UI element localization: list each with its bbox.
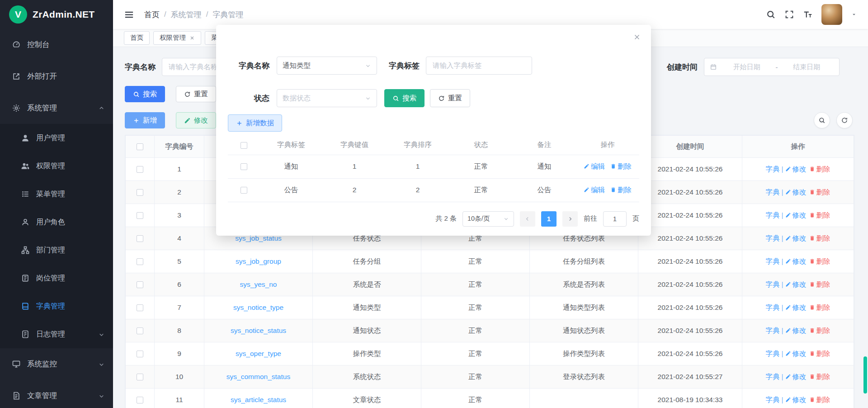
sidebar-toggle-icon[interactable] <box>124 9 134 20</box>
edit-link[interactable]: 修改 <box>785 304 807 311</box>
row-checkbox[interactable] <box>137 166 143 173</box>
delete-link[interactable]: 删除 <box>809 234 830 242</box>
delete-link[interactable]: 删除 <box>809 165 830 173</box>
row-checkbox[interactable] <box>137 235 143 242</box>
edit-link[interactable]: 修改 <box>785 280 807 288</box>
dict-detail-link[interactable]: 字典 <box>765 188 779 196</box>
delete-link[interactable]: 删除 <box>809 327 830 334</box>
caret-down-icon[interactable] <box>851 11 857 18</box>
tab-home[interactable]: 首页 <box>124 31 150 45</box>
sidebar-item-external[interactable]: 外部打开 <box>0 61 113 92</box>
breadcrumb-system[interactable]: 系统管理 <box>171 9 202 20</box>
add-data-button[interactable]: 新增数据 <box>228 114 282 132</box>
font-size-icon[interactable] <box>803 9 813 19</box>
sidebar-item-menu[interactable]: 菜单管理 <box>0 180 113 208</box>
sidebar-item-system[interactable]: 系统管理 <box>0 92 113 124</box>
sidebar-item-log[interactable]: 日志管理 <box>0 320 113 348</box>
search-button[interactable]: 搜索 <box>125 86 165 102</box>
dict-detail-link[interactable]: 字典 <box>765 396 779 403</box>
dict-type-link[interactable]: sys_article_status <box>231 396 286 403</box>
dict-type-link[interactable]: sys_yes_no <box>240 280 277 288</box>
breadcrumb-home[interactable]: 首页 <box>144 9 160 20</box>
prev-page-button[interactable] <box>520 211 535 227</box>
delete-link[interactable]: 删除 <box>809 280 830 288</box>
select-all-checkbox[interactable] <box>137 143 143 150</box>
close-icon[interactable] <box>189 35 195 41</box>
sidebar-item-permission[interactable]: 权限管理 <box>0 152 113 180</box>
dict-detail-link[interactable]: 字典 <box>765 280 779 288</box>
dict-detail-link[interactable]: 字典 <box>765 327 779 334</box>
sidebar-item-user[interactable]: 用户管理 <box>0 124 113 152</box>
dict-detail-link[interactable]: 字典 <box>765 234 779 242</box>
row-checkbox[interactable] <box>137 374 143 380</box>
goto-page-input[interactable] <box>603 211 627 227</box>
sidebar-item-dictionary[interactable]: 字典管理 <box>0 292 113 320</box>
dialog-reset-button[interactable]: 重置 <box>430 89 470 107</box>
fullscreen-icon[interactable] <box>784 9 794 19</box>
edit-button[interactable]: 修改 <box>176 112 216 128</box>
avatar[interactable] <box>821 4 842 25</box>
tab-permission[interactable]: 权限管理 <box>153 31 201 45</box>
close-icon[interactable] <box>633 33 641 41</box>
page-size-select[interactable]: 10条/页 <box>462 211 514 227</box>
dict-detail-link[interactable]: 字典 <box>765 304 779 311</box>
sidebar-item-article[interactable]: 文章管理 <box>0 380 113 408</box>
row-checkbox[interactable] <box>137 258 143 265</box>
edit-link[interactable]: 修改 <box>785 211 807 219</box>
reset-button[interactable]: 重置 <box>176 86 216 102</box>
sidebar-item-department[interactable]: 部门管理 <box>0 236 113 264</box>
next-page-button[interactable] <box>562 211 578 227</box>
status-select[interactable]: 数据状态 <box>277 89 377 107</box>
dict-detail-link[interactable]: 字典 <box>765 211 779 219</box>
add-button[interactable]: 新增 <box>125 112 165 128</box>
dict-type-link[interactable]: sys_common_status <box>226 373 290 380</box>
row-checkbox[interactable] <box>137 189 143 196</box>
sidebar-item-role[interactable]: 用户角色 <box>0 208 113 236</box>
delete-link[interactable]: 删除 <box>809 396 830 403</box>
row-checkbox[interactable] <box>137 397 143 403</box>
delete-link[interactable]: 删除 <box>809 304 830 311</box>
dict-detail-link[interactable]: 字典 <box>765 257 779 265</box>
dict-type-link[interactable]: sys_job_group <box>236 257 281 265</box>
dialog-search-button[interactable]: 搜索 <box>384 89 425 107</box>
dict-type-link[interactable]: sys_notice_status <box>231 327 286 334</box>
sidebar-item-post[interactable]: 岗位管理 <box>0 264 113 292</box>
row-checkbox[interactable] <box>137 281 143 288</box>
delete-link[interactable]: 删除 <box>809 188 830 196</box>
edit-link[interactable]: 修改 <box>785 396 807 403</box>
row-checkbox[interactable] <box>241 187 247 194</box>
date-range-picker[interactable]: 开始日期 - 结束日期 <box>704 58 840 76</box>
row-checkbox[interactable] <box>241 163 247 170</box>
page-scrollbar-thumb[interactable] <box>863 356 867 394</box>
edit-link[interactable]: 修改 <box>785 165 807 173</box>
delete-link[interactable]: 删除 <box>610 162 632 170</box>
sidebar-item-console[interactable]: 控制台 <box>0 29 113 61</box>
edit-link[interactable]: 修改 <box>785 188 807 196</box>
toggle-search-icon[interactable] <box>814 112 830 128</box>
dict-type-link[interactable]: sys_notice_type <box>233 304 283 311</box>
delete-link[interactable]: 删除 <box>809 373 830 380</box>
sidebar-item-monitor[interactable]: 系统监控 <box>0 348 113 380</box>
edit-link[interactable]: 编辑 <box>584 186 605 194</box>
edit-link[interactable]: 修改 <box>785 350 807 357</box>
current-page-button[interactable]: 1 <box>541 211 557 227</box>
edit-link[interactable]: 修改 <box>785 234 807 242</box>
select-all-checkbox[interactable] <box>241 142 247 149</box>
row-checkbox[interactable] <box>137 304 143 311</box>
row-checkbox[interactable] <box>137 351 143 357</box>
edit-link[interactable]: 修改 <box>785 373 807 380</box>
edit-link[interactable]: 编辑 <box>584 162 605 170</box>
edit-link[interactable]: 修改 <box>785 327 807 334</box>
dict-type-link[interactable]: sys_oper_type <box>236 350 281 357</box>
delete-link[interactable]: 删除 <box>809 257 830 265</box>
row-checkbox[interactable] <box>137 327 143 334</box>
dict-detail-link[interactable]: 字典 <box>765 373 779 380</box>
edit-link[interactable]: 修改 <box>785 257 807 265</box>
row-checkbox[interactable] <box>137 212 143 219</box>
search-icon[interactable] <box>766 9 776 19</box>
dict-detail-link[interactable]: 字典 <box>765 350 779 357</box>
dict-name-select[interactable]: 通知类型 <box>277 57 377 75</box>
dict-label-input[interactable] <box>426 57 532 75</box>
delete-link[interactable]: 删除 <box>610 186 632 194</box>
dict-detail-link[interactable]: 字典 <box>765 165 779 173</box>
